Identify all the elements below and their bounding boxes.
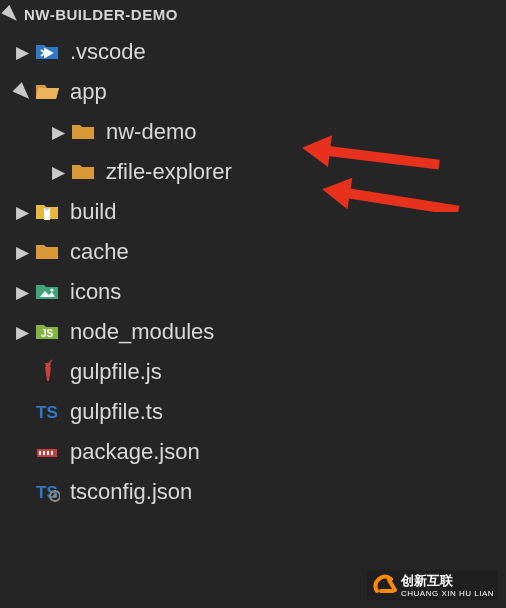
explorer-root-header[interactable]: ▶ NW-BUILDER-DEMO xyxy=(0,0,506,28)
tree-item[interactable]: ▶gulpfile.js xyxy=(0,352,506,392)
build-folder-icon xyxy=(32,199,62,225)
chevron-icon[interactable]: ▶ xyxy=(12,242,32,263)
tree-item[interactable]: ▶app xyxy=(0,72,506,112)
annotation-arrow xyxy=(300,130,470,170)
folder-icon xyxy=(68,159,98,185)
tree-item-label: tsconfig.json xyxy=(70,479,192,505)
svg-line-22 xyxy=(389,580,395,590)
vscode-folder-icon xyxy=(32,39,62,65)
tree-item[interactable]: ▶cache xyxy=(0,232,506,272)
root-title: NW-BUILDER-DEMO xyxy=(24,6,178,23)
tree-item-label: build xyxy=(70,199,116,225)
chevron-icon[interactable]: ▶ xyxy=(48,122,68,143)
watermark-brand: 创新互联 xyxy=(401,573,453,588)
chevron-icon[interactable]: ▶ xyxy=(48,162,68,183)
tree-item[interactable]: ▶icons xyxy=(0,272,506,312)
tree-item[interactable]: ▶node_modules xyxy=(0,312,506,352)
watermark-icon xyxy=(371,572,397,598)
chevron-icon[interactable]: ▶ xyxy=(12,42,32,63)
folder-icon xyxy=(32,239,62,265)
ts-icon xyxy=(32,399,62,425)
annotation-arrow xyxy=(320,172,490,212)
tree-item-label: .vscode xyxy=(70,39,146,65)
chevron-down-icon: ▶ xyxy=(0,0,26,27)
tree-item-label: nw-demo xyxy=(106,119,196,145)
chevron-icon[interactable]: ▶ xyxy=(12,202,32,223)
tree-item-label: gulpfile.ts xyxy=(70,399,163,425)
watermark-logo: 创新互联 CHUANG XIN HU LIAN xyxy=(367,570,498,600)
watermark-sub: CHUANG XIN HU LIAN xyxy=(401,590,494,598)
tree-item-label: zfile-explorer xyxy=(106,159,232,185)
file-tree: ▶.vscode▶app▶nw-demo▶zfile-explorer▶buil… xyxy=(0,28,506,512)
chevron-icon[interactable]: ▶ xyxy=(12,322,32,343)
tree-item-label: gulpfile.js xyxy=(70,359,162,385)
tree-item[interactable]: ▶.vscode xyxy=(0,32,506,72)
tsconfig-icon xyxy=(32,479,62,505)
tree-item[interactable]: ▶tsconfig.json xyxy=(0,472,506,512)
tree-item-label: app xyxy=(70,79,107,105)
image-folder-icon xyxy=(32,279,62,305)
tree-item-label: node_modules xyxy=(70,319,214,345)
npm-icon xyxy=(32,439,62,465)
folder-icon xyxy=(68,119,98,145)
chevron-icon[interactable]: ▶ xyxy=(12,282,32,303)
gulp-icon xyxy=(32,359,62,385)
tree-item-label: cache xyxy=(70,239,129,265)
tree-item[interactable]: ▶package.json xyxy=(0,432,506,472)
node-folder-icon xyxy=(32,319,62,345)
tree-item-label: icons xyxy=(70,279,121,305)
tree-item[interactable]: ▶gulpfile.ts xyxy=(0,392,506,432)
tree-item-label: package.json xyxy=(70,439,200,465)
